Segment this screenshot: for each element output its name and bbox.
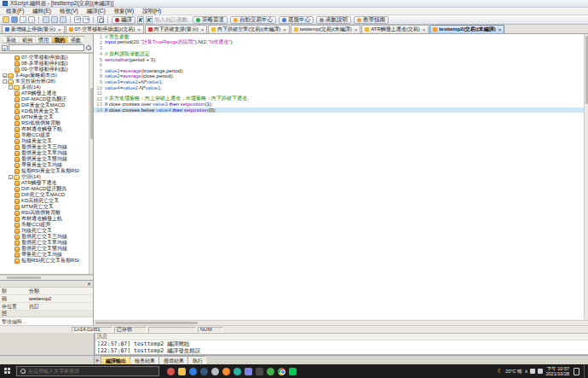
toolbar-button-選股中心[interactable]: 選股中心 — [279, 16, 314, 24]
menu-item-編輯(E)[interactable]: 編輯(E) — [28, 8, 55, 15]
taskbar-search-input[interactable] — [28, 369, 156, 374]
explorer-tab-系統[interactable]: 系統 — [3, 36, 20, 44]
code-line[interactable]: 8value2=average(close,period); — [94, 73, 584, 79]
output-tab-執行[interactable]: 執行 — [187, 356, 208, 364]
toolbar-button-函數說明[interactable]: 函數說明 — [316, 16, 351, 24]
tree-item[interactable]: 股價黃金交叉單均線 — [0, 150, 89, 156]
export-icon[interactable]: ↓ — [28, 16, 35, 23]
tree-item[interactable]: 股價死亡交叉雙均線 — [0, 246, 89, 252]
app-navy-icon[interactable] — [200, 368, 208, 375]
document-tab[interactable]: testtemp2(交易)(未編譯)× — [429, 25, 504, 33]
menu-item-檔案(F)[interactable]: 檔案(F) — [2, 8, 28, 15]
code-line[interactable]: 9value3=value2+N*value1; — [94, 79, 584, 85]
undo-icon[interactable]: ↶ — [74, 16, 81, 23]
tree-item[interactable]: -空頭(14) — [0, 174, 89, 180]
toolbar-button-自動交易中心[interactable]: 自動交易中心 — [230, 16, 276, 24]
menu-item-編譯(C)[interactable]: 編譯(C) — [83, 8, 110, 15]
tree-item[interactable]: +3-Algo策略範本(5) — [0, 73, 89, 79]
import-icon[interactable]: ↓ — [20, 16, 26, 23]
code-line[interactable]: 5settotalbar(period + 3); — [94, 56, 584, 62]
collapse-icon[interactable]: - — [9, 175, 13, 179]
explorer-search-input[interactable] — [9, 44, 84, 51]
list-view-icon[interactable]: ≡ — [2, 45, 8, 51]
start-button[interactable] — [2, 364, 14, 378]
tree-item[interactable]: 短期RSI黃金交叉長期RSI — [0, 168, 89, 174]
tree-item[interactable]: 股價死亡交叉三均線 — [0, 234, 89, 240]
close-icon[interactable]: × — [283, 27, 286, 32]
find-icon[interactable] — [97, 16, 104, 23]
tree-item[interactable]: ATR觸發上通道 — [0, 90, 89, 96]
chrome-icon[interactable] — [278, 368, 285, 375]
code-line[interactable]: 7value1=average(truerange,period); — [94, 68, 584, 74]
tree-item[interactable]: 布林通道觸發下軌 — [0, 126, 89, 132]
toolbar-button-教學指南[interactable]: 教學指南 — [354, 16, 389, 24]
firefox-icon[interactable] — [222, 368, 230, 375]
tree-item[interactable]: 乖離CCI超賣 — [0, 132, 89, 138]
save-icon[interactable] — [11, 16, 18, 23]
show-desktop-button[interactable] — [584, 364, 585, 378]
code-line[interactable]: 2input:period(20,"計算TrueRange的區間"),N(2,"… — [94, 40, 584, 46]
tree-item[interactable]: RSI低檔價格背離 — [0, 120, 89, 126]
close-icon[interactable]: × — [137, 27, 141, 32]
tree-item[interactable]: KD低檔黃金交叉 — [0, 108, 89, 114]
menu-item-視窗(W)[interactable]: 視窗(W) — [110, 8, 138, 15]
search-icon[interactable] — [85, 44, 91, 51]
notification-icon[interactable] — [574, 368, 579, 375]
toolbar-button-策略雷達[interactable]: 策略雷達 — [193, 16, 228, 24]
tree-item[interactable]: 帶量死亡交叉均線 — [0, 252, 89, 258]
tree-item[interactable]: -多頭(14) — [0, 84, 89, 90]
properties-hint[interactable]: 擊後編輯... — [0, 317, 93, 325]
line-icon[interactable] — [289, 368, 297, 375]
output-tab-檢查結果[interactable]: 檢查結果 — [130, 356, 160, 364]
property-value[interactable]: 自訂 — [29, 303, 93, 311]
tree-horizontal-scrollbar[interactable] — [0, 275, 93, 280]
menu-item-檢視(V)[interactable]: 檢視(V) — [55, 8, 83, 15]
tree-item[interactable]: 布林通道觸發上軌 — [0, 216, 89, 222]
tree-item[interactable]: 07-空單移動停損(點) — [0, 55, 89, 61]
app-teal-icon[interactable] — [233, 368, 241, 375]
k-chart-button-2[interactable]: K — [146, 16, 153, 24]
code-line[interactable]: 12// 多方進場策略：向上突破上通道，出場策略：向下跌破下通道。 — [94, 96, 584, 102]
copy-icon[interactable] — [51, 16, 58, 23]
code-line[interactable]: 6 — [94, 62, 584, 68]
menu-item-說明(H)[interactable]: 說明(H) — [138, 8, 165, 15]
tray-chevron-icon[interactable]: ∧ — [524, 369, 527, 374]
collapse-icon[interactable]: - — [3, 79, 7, 84]
clock[interactable]: 下午 10:57 2021/10/28 — [545, 366, 569, 376]
tree-item[interactable]: 09-空單移動停利(點) — [0, 67, 89, 73]
add-custom-function-label[interactable]: 加入自訂函數 — [154, 16, 187, 24]
tree-item[interactable]: DIF死亡交叉MACD — [0, 192, 89, 198]
code-line[interactable]: 14if close crosses below value4 then set… — [94, 108, 584, 113]
close-icon[interactable]: × — [423, 27, 426, 32]
property-value[interactable]: 分類 — [29, 288, 93, 295]
tray-icon-1[interactable] — [530, 369, 535, 374]
code-line[interactable]: 4// 資料讀取筆數設定 — [94, 51, 584, 57]
redo-icon[interactable]: ↷ — [83, 16, 89, 23]
tree-item[interactable]: 短期RSI死亡交叉長期RSI — [0, 258, 89, 264]
document-tab[interactable]: 07-空單移動停損(點)(交易)× — [66, 25, 144, 33]
tree-item[interactable]: 08-多單移動停利(點) — [0, 61, 89, 67]
tree-item[interactable]: -常見技術分析(28) — [0, 79, 89, 84]
document-tab[interactable]: ATR觸發上通道(交易)× — [361, 25, 429, 33]
tab-scroll-icon[interactable]: ▸ — [96, 356, 99, 364]
close-icon[interactable]: × — [201, 27, 205, 32]
tree-item[interactable]: 股價死亡交叉單均線 — [0, 240, 89, 246]
expand-icon[interactable]: + — [3, 73, 7, 78]
tree-item[interactable]: 帶量黃金交叉均線 — [0, 162, 89, 168]
output-tab-編譯輸出[interactable]: 編譯輸出 — [101, 356, 131, 364]
app-green-icon[interactable] — [267, 368, 274, 375]
compile-button[interactable]: 編譯 — [112, 16, 135, 24]
tree-item[interactable]: DIF-MACD從負翻正 — [0, 96, 89, 102]
tree-item[interactable]: 均線死亡交叉 — [0, 228, 89, 234]
document-tab[interactable]: 向下跌破支撐(警示)× — [145, 25, 208, 33]
app-gray-icon[interactable] — [211, 368, 219, 375]
tree-item[interactable]: 股價黃金交叉三均線 — [0, 144, 89, 150]
document-tab[interactable]: testtemp(交易)(未編譯)× — [291, 25, 361, 33]
tree-vertical-scrollbar[interactable] — [89, 54, 93, 274]
collapse-icon[interactable]: - — [9, 85, 13, 90]
app-red-icon[interactable] — [167, 368, 175, 375]
tree-item[interactable]: DIF-MACD從正翻負 — [0, 186, 89, 192]
explorer-tab-函數[interactable]: 函數 — [67, 36, 84, 44]
code-line[interactable]: 10value4=value2-N*value1; — [94, 84, 584, 90]
close-icon[interactable]: × — [58, 27, 61, 32]
